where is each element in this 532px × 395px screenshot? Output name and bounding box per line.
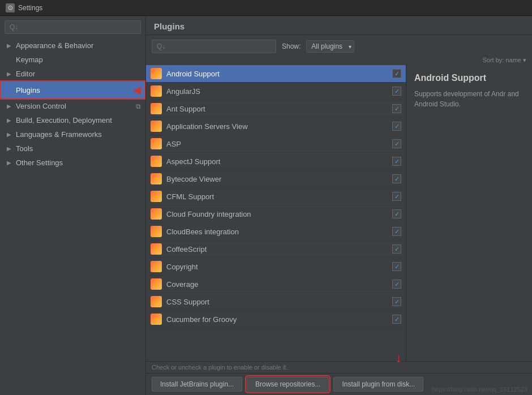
hint-area: Check or uncheck a plugin to enable or d… <box>146 361 532 373</box>
sidebar-item-editor[interactable]: ▶ Editor <box>0 67 145 81</box>
main-layout: ▶ Appearance & Behavior Keymap ▶ Editor … <box>0 16 532 395</box>
sidebar-item-keymap[interactable]: Keymap <box>0 53 145 67</box>
plugin-checkbox[interactable] <box>392 69 401 78</box>
arrow-icon: ▶ <box>7 160 14 166</box>
plugin-checkbox[interactable] <box>392 139 401 148</box>
plugin-checkbox[interactable] <box>392 244 401 254</box>
sidebar-item-build[interactable]: ▶ Build, Execution, Deployment <box>0 113 145 127</box>
arrow-icon: ▶ <box>7 117 14 123</box>
arrow-icon: ▶ <box>7 131 14 138</box>
plugin-icon: ✦ <box>151 85 162 97</box>
plugin-item-cfml[interactable]: ✦ CFML Support <box>146 188 406 205</box>
plugin-item-android-support[interactable]: ✦ Android Support <box>146 65 406 83</box>
arrow-icon: ▶ <box>7 145 14 152</box>
title-bar: ⚙ Settings <box>0 0 532 16</box>
show-dropdown-wrapper: All plugins Enabled Disabled <box>306 40 354 53</box>
plugin-checkbox[interactable] <box>392 315 401 324</box>
sidebar-item-version-control[interactable]: ▶ Version Control ⧉ <box>0 99 145 113</box>
show-label: Show: <box>282 42 301 50</box>
install-jetbrains-button[interactable]: Install JetBrains plugin... <box>152 377 242 392</box>
plugin-icon: ✦ <box>151 243 162 255</box>
plugin-checkbox[interactable] <box>392 297 401 306</box>
plugin-icon: ✦ <box>151 173 162 184</box>
sidebar-item-label: Version Control <box>16 102 134 110</box>
plugin-name: Android Support <box>166 70 392 78</box>
plugin-detail: Android Support Supports development of … <box>406 65 532 361</box>
plugin-item-bytecode[interactable]: ✦ Bytecode Viewer <box>146 170 406 188</box>
plugin-name: ASP <box>166 140 392 148</box>
plugin-icon: ✦ <box>151 314 162 325</box>
plugin-name: AspectJ Support <box>166 157 392 166</box>
plugin-item-coffeescript[interactable]: ✦ CoffeeScript <box>146 241 406 258</box>
plugin-checkbox[interactable] <box>392 227 401 236</box>
plugin-checkbox[interactable] <box>392 280 401 289</box>
plugins-search-input[interactable] <box>152 40 276 53</box>
plugin-name: Bytecode Viewer <box>166 175 392 183</box>
plugin-icon: ✦ <box>151 121 162 132</box>
plugin-checkbox[interactable] <box>392 87 401 96</box>
sidebar-item-other[interactable]: ▶ Other Settings <box>0 156 145 170</box>
plugin-name: Ant Support <box>166 105 392 113</box>
plugin-name: CSS Support <box>166 298 392 306</box>
plugin-item-asp[interactable]: ✦ ASP <box>146 135 406 153</box>
sidebar-item-label: Plugins <box>16 86 131 95</box>
plugin-name: CoffeeScript <box>166 245 392 254</box>
plugin-list: ✦ Android Support ✦ AngularJS ✦ Ant Supp… <box>146 65 406 361</box>
plugin-checkbox[interactable] <box>392 122 401 131</box>
app-icon: ⚙ <box>6 3 15 12</box>
plugin-item-coverage[interactable]: ✦ Coverage <box>146 276 406 293</box>
show-dropdown[interactable]: All plugins Enabled Disabled <box>306 40 354 53</box>
plugin-item-aspectj[interactable]: ✦ AspectJ Support <box>146 153 406 170</box>
plugins-hint: Check or uncheck a plugin to enable or d… <box>146 361 532 373</box>
sort-bar: Sort by: name ▾ <box>146 55 532 65</box>
plugin-name: AngularJS <box>166 87 392 96</box>
plugin-icon: ✦ <box>151 103 162 114</box>
plugin-item-ant-support[interactable]: ✦ Ant Support <box>146 100 406 118</box>
plugin-checkbox[interactable] <box>392 174 401 183</box>
plugin-checkbox[interactable] <box>392 262 401 271</box>
plugin-item-copyright[interactable]: ✦ Copyright <box>146 258 406 276</box>
plugin-checkbox[interactable] <box>392 104 401 113</box>
plugin-checkbox[interactable] <box>392 209 401 218</box>
plugin-icon: ✦ <box>151 226 162 237</box>
arrow-icon: ▶ <box>7 103 14 109</box>
sidebar-item-appearance[interactable]: ▶ Appearance & Behavior <box>0 38 145 53</box>
plugin-item-css[interactable]: ✦ CSS Support <box>146 293 406 311</box>
sidebar-item-label: Keymap <box>16 55 141 64</box>
arrow-icon: ▶ <box>7 42 14 49</box>
sidebar-search-input[interactable] <box>5 20 141 34</box>
plugin-item-angularjs[interactable]: ✦ AngularJS <box>146 83 406 100</box>
plugin-icon: ✦ <box>151 208 162 220</box>
sidebar-item-plugins[interactable]: Plugins ◀ <box>0 81 145 99</box>
plugin-icon: ✦ <box>151 278 162 290</box>
plugin-checkbox[interactable] <box>392 157 401 166</box>
copy-icon: ⧉ <box>136 102 141 110</box>
plugin-icon: ✦ <box>151 68 162 79</box>
plugin-item-cloud-foundry[interactable]: ✦ Cloud Foundry integration <box>146 205 406 223</box>
red-down-arrow: ↓ <box>396 351 402 366</box>
sort-label[interactable]: Sort by: name ▾ <box>482 57 526 63</box>
plugin-checkbox[interactable] <box>392 192 401 201</box>
sidebar-item-label: Appearance & Behavior <box>16 41 141 50</box>
sidebar-item-languages[interactable]: ▶ Languages & Frameworks <box>0 127 145 141</box>
plugin-name: CloudBees integration <box>166 227 392 236</box>
plugin-name: CFML Support <box>166 192 392 201</box>
plugin-detail-title: Android Support <box>414 73 524 83</box>
sidebar-item-label: Languages & Frameworks <box>16 130 141 139</box>
plugin-name: Copyright <box>166 263 392 271</box>
sidebar-search-wrapper <box>0 16 145 38</box>
watermark: https://blog.csdn.net/qq_25112523 <box>432 386 527 393</box>
sidebar-item-tools[interactable]: ▶ Tools <box>0 141 145 156</box>
plugin-item-app-servers[interactable]: ✦ Application Servers View <box>146 118 406 135</box>
plugin-item-cucumber[interactable]: ✦ Cucumber for Groovy <box>146 311 406 328</box>
plugin-item-cloudbees[interactable]: ✦ CloudBees integration <box>146 223 406 241</box>
title-bar-text: Settings <box>18 4 42 12</box>
sidebar-item-label: Build, Execution, Deployment <box>16 116 141 124</box>
red-arrow-indicator: ◀ <box>133 84 141 96</box>
plugin-name: Coverage <box>166 280 392 289</box>
install-from-disk-button[interactable]: Install plugin from disk... <box>333 377 423 392</box>
browse-repositories-button[interactable]: Browse repositories... <box>247 377 329 392</box>
sidebar-item-label: Tools <box>16 144 141 153</box>
plugin-icon: ✦ <box>151 296 162 307</box>
plugin-detail-desc: Supports development of Andr and Android… <box>414 89 524 109</box>
